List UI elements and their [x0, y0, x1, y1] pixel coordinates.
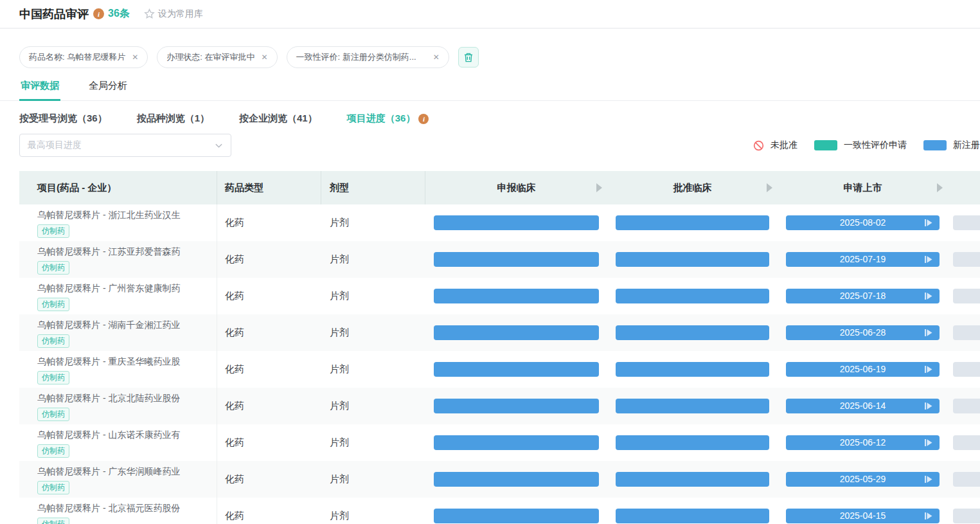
generic-drug-badge: 仿制药: [37, 224, 69, 238]
clinical-approved-bar[interactable]: [616, 435, 769, 450]
clinical-submit-bar[interactable]: [434, 435, 599, 450]
step-forward-icon[interactable]: [924, 255, 933, 264]
market-apply-bar[interactable]: 2025-06-14: [786, 399, 940, 413]
tab-review-data[interactable]: 审评数据: [19, 75, 60, 100]
main-tabs: 审评数据 全局分析: [0, 75, 980, 101]
set-favorite-button[interactable]: 设为常用库: [144, 8, 203, 20]
progress-info-icon[interactable]: i: [418, 114, 429, 124]
next-stage-cell: [948, 314, 980, 351]
market-apply-bar[interactable]: 2025-05-29: [786, 472, 940, 487]
max-progress-select[interactable]: 最高项目进度: [19, 134, 231, 157]
next-stage-bar: [953, 472, 980, 487]
project-name[interactable]: 乌帕替尼缓释片 - 广东华润顺峰药业: [37, 466, 217, 478]
table-body: 乌帕替尼缓释片 - 浙江北生药业汉生 仿制药 化药 片剂 2025-08-02 …: [19, 204, 980, 524]
subtab-by-company[interactable]: 按企业浏览（41）: [239, 113, 317, 125]
table-row[interactable]: 乌帕替尼缓释片 - 广东华润顺峰药业 仿制药 化药 片剂 2025-05-29: [19, 461, 980, 498]
expand-column-icon[interactable]: [767, 183, 772, 192]
tab-global-analysis[interactable]: 全局分析: [87, 75, 129, 100]
trash-icon: [463, 52, 474, 63]
project-name[interactable]: 乌帕替尼缓释片 - 北京北陆药业股份: [37, 393, 217, 404]
step-forward-icon[interactable]: [924, 365, 933, 374]
step-forward-icon[interactable]: [924, 438, 933, 447]
clinical-submit-bar[interactable]: [434, 399, 599, 413]
clinical-submit-bar[interactable]: [434, 472, 599, 487]
project-name[interactable]: 乌帕替尼缓释片 - 山东诺禾康药业有: [37, 429, 217, 441]
step-forward-icon[interactable]: [924, 474, 933, 484]
table-row[interactable]: 乌帕替尼缓释片 - 浙江北生药业汉生 仿制药 化药 片剂 2025-08-02: [19, 204, 980, 241]
clinical-approved-bar[interactable]: [616, 289, 769, 303]
step-forward-icon[interactable]: [924, 218, 933, 228]
market-apply-date: 2025-06-14: [840, 401, 886, 411]
clinical-approved-bar[interactable]: [616, 509, 769, 523]
close-icon[interactable]: ✕: [132, 53, 138, 62]
market-apply-cell: 2025-06-14: [778, 388, 948, 424]
step-forward-icon[interactable]: [924, 511, 933, 521]
market-apply-bar[interactable]: 2025-06-19: [786, 362, 940, 377]
market-apply-bar[interactable]: 2025-07-18: [786, 289, 940, 303]
market-apply-bar[interactable]: 2025-06-12: [786, 435, 940, 450]
market-apply-date: 2025-06-28: [840, 327, 886, 338]
clinical-submit-cell: [425, 388, 607, 424]
table-row[interactable]: 乌帕替尼缓释片 - 北京福元医药股份 仿制药 化药 片剂 2025-04-15: [19, 498, 980, 524]
expand-column-icon[interactable]: [596, 183, 602, 192]
step-forward-icon[interactable]: [924, 401, 933, 411]
drug-type-cell: 化药: [217, 461, 321, 498]
next-stage-cell: [948, 278, 980, 314]
clinical-submit-cell: [425, 351, 607, 388]
project-name[interactable]: 乌帕替尼缓释片 - 重庆圣华曦药业股: [37, 356, 217, 368]
expand-column-icon[interactable]: [937, 183, 943, 192]
project-name[interactable]: 乌帕替尼缓释片 - 湖南千金湘江药业: [37, 320, 217, 331]
teal-swatch: [814, 140, 837, 150]
step-forward-icon[interactable]: [924, 328, 933, 338]
market-apply-bar[interactable]: 2025-07-19: [786, 252, 940, 267]
market-apply-cell: 2025-06-28: [778, 314, 948, 351]
project-name[interactable]: 乌帕替尼缓释片 - 广州誉东健康制药: [37, 283, 217, 294]
clinical-submit-bar[interactable]: [434, 215, 599, 230]
project-cell: 乌帕替尼缓释片 - 北京北陆药业股份 仿制药: [19, 388, 217, 424]
title-info-icon[interactable]: i: [93, 8, 104, 19]
table-row[interactable]: 乌帕替尼缓释片 - 山东诺禾康药业有 仿制药 化药 片剂 2025-06-12: [19, 424, 980, 461]
clinical-approved-bar[interactable]: [616, 472, 769, 487]
table-row[interactable]: 乌帕替尼缓释片 - 北京北陆药业股份 仿制药 化药 片剂 2025-06-14: [19, 388, 980, 424]
clinical-approved-bar[interactable]: [616, 215, 769, 230]
project-cell: 乌帕替尼缓释片 - 重庆圣华曦药业股 仿制药: [19, 351, 217, 388]
dosage-form-cell: 片剂: [321, 314, 425, 351]
clinical-submit-bar[interactable]: [434, 362, 599, 377]
clinical-approved-bar[interactable]: [616, 325, 769, 340]
clinical-approved-cell: [607, 351, 778, 388]
market-apply-date: 2025-07-18: [840, 291, 886, 301]
table-row[interactable]: 乌帕替尼缓释片 - 广州誉东健康制药 仿制药 化药 片剂 2025-07-18: [19, 278, 980, 314]
page-title: 中国药品审评: [19, 6, 89, 22]
subtab-project-progress[interactable]: 项目进度（36） i: [347, 113, 429, 125]
market-apply-bar[interactable]: 2025-06-28: [786, 325, 940, 340]
clinical-approved-bar[interactable]: [616, 252, 769, 267]
clinical-submit-bar[interactable]: [434, 252, 599, 267]
clinical-approved-bar[interactable]: [616, 399, 769, 413]
column-header-drug-type: 药品类型: [217, 171, 321, 204]
project-name[interactable]: 乌帕替尼缓释片 - 北京福元医药股份: [37, 503, 217, 514]
close-icon[interactable]: ✕: [433, 53, 440, 62]
subtab-by-acceptance-no[interactable]: 按受理号浏览（36）: [19, 113, 107, 125]
sub-tabs: 按受理号浏览（36） 按品种浏览（1） 按企业浏览（41） 项目进度（36） i: [0, 113, 980, 125]
market-apply-bar[interactable]: 2025-08-02: [786, 215, 940, 230]
project-name[interactable]: 乌帕替尼缓释片 - 江苏亚邦爱普森药: [37, 246, 217, 258]
chevron-down-icon: [215, 141, 223, 150]
clinical-approved-cell: [607, 204, 778, 241]
market-apply-bar[interactable]: 2025-04-15: [786, 509, 940, 523]
subtab-by-variety[interactable]: 按品种浏览（1）: [137, 113, 209, 125]
next-stage-cell: [948, 241, 980, 278]
table-row[interactable]: 乌帕替尼缓释片 - 江苏亚邦爱普森药 仿制药 化药 片剂 2025-07-19: [19, 241, 980, 278]
step-forward-icon[interactable]: [924, 291, 933, 301]
clear-filters-button[interactable]: [458, 47, 479, 68]
close-icon[interactable]: ✕: [262, 53, 268, 62]
clinical-approved-bar[interactable]: [616, 362, 769, 377]
clinical-submit-cell: [425, 314, 607, 351]
table-row[interactable]: 乌帕替尼缓释片 - 湖南千金湘江药业 仿制药 化药 片剂 2025-06-28: [19, 314, 980, 351]
dosage-form-cell: 片剂: [321, 241, 425, 278]
clinical-submit-bar[interactable]: [434, 325, 599, 340]
clinical-submit-bar[interactable]: [434, 509, 599, 523]
next-stage-cell: [948, 388, 980, 424]
clinical-submit-bar[interactable]: [434, 289, 599, 303]
project-name[interactable]: 乌帕替尼缓释片 - 浙江北生药业汉生: [37, 210, 217, 221]
table-row[interactable]: 乌帕替尼缓释片 - 重庆圣华曦药业股 仿制药 化药 片剂 2025-06-19: [19, 351, 980, 388]
